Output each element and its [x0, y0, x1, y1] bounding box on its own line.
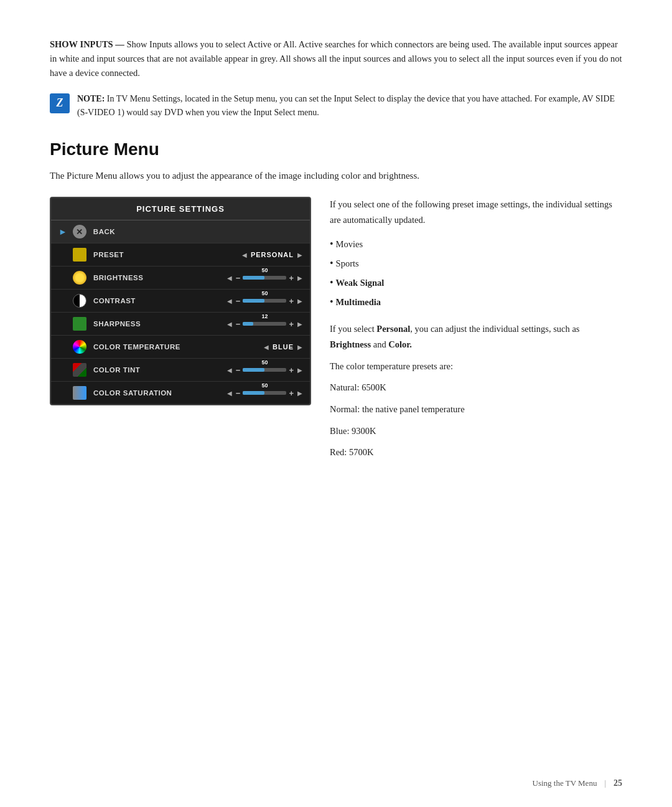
right-column: If you select one of the following prese… — [330, 197, 622, 466]
preset-arrow-right-icon: ▶ — [297, 252, 302, 258]
back-icon: ✕ — [71, 224, 88, 239]
contrast-icon — [71, 293, 88, 308]
menu-row-color-temp[interactable]: COLOR TEMPERATURE ◀ BLUE ▶ — [51, 336, 310, 359]
brightness-value-area: ◀ − 50 + ▶ — [227, 273, 302, 283]
two-col-layout: PICTURE SETTINGS ► ✕ BACK PRESET — [50, 197, 622, 466]
color-temp-intro: The color temperature presets are: — [330, 359, 622, 374]
contrast-track: 50 — [243, 299, 286, 303]
brightness-plus-icon: + — [289, 273, 294, 283]
preset-red: Red: 5700K — [330, 445, 622, 460]
colortint-track: 50 — [243, 368, 286, 372]
contrast-plus-icon: + — [289, 296, 294, 306]
brightness-slider: − 50 + — [236, 273, 294, 283]
sharpness-value-area: ◀ − 12 + ▶ — [227, 319, 302, 329]
colortint-arrow-left-icon: ◀ — [227, 367, 232, 374]
note-body: In TV Menu Settings, located in the Setu… — [77, 94, 615, 117]
sharpness-plus-icon: + — [289, 319, 294, 329]
colortemp-arrow-right-icon: ▶ — [297, 344, 302, 351]
sharpness-arrow-left-icon: ◀ — [227, 321, 232, 328]
colorsat-minus-icon: − — [236, 389, 241, 398]
note-icon: Z — [50, 93, 70, 113]
brightness-arrow-right-icon: ▶ — [297, 275, 302, 281]
menu-row-brightness[interactable]: BRIGHTNESS ◀ − 50 + ▶ — [51, 267, 310, 290]
list-item: Weak Signal — [330, 273, 622, 292]
sharpness-arrow-right-icon: ▶ — [297, 321, 302, 328]
contrast-label: CONTRAST — [93, 297, 227, 304]
colorsat-arrow-left-icon: ◀ — [227, 390, 232, 397]
colorsat-track: 50 — [243, 391, 286, 395]
preset-icon — [71, 247, 88, 262]
colortint-plus-icon: + — [289, 366, 294, 375]
note-text: NOTE: In TV Menu Settings, located in th… — [77, 92, 622, 120]
colorsat-value: 50 — [261, 382, 268, 389]
contrast-slider: − 50 + — [236, 296, 294, 306]
list-item: Sports — [330, 253, 622, 273]
sharpness-slider: − 12 + — [236, 319, 294, 329]
menu-row-sharpness[interactable]: SHARPNESS ◀ − 12 + ▶ — [51, 313, 310, 336]
colorsat-label: COLOR SATURATION — [93, 389, 227, 397]
brightness-minus-icon: − — [236, 273, 241, 283]
preset-value-area: ◀ PERSONAL ▶ — [242, 251, 302, 258]
sharpness-value: 12 — [261, 313, 268, 319]
show-inputs-paragraph: SHOW INPUTS — Show Inputs allows you to … — [50, 37, 622, 81]
back-label: BACK — [93, 228, 302, 235]
footer-separator: | — [604, 778, 606, 788]
brightness-fill — [243, 276, 264, 280]
footer: Using the TV Menu | 25 — [533, 778, 623, 788]
brightness-arrow-left-icon: ◀ — [227, 275, 232, 281]
note-box: Z NOTE: In TV Menu Settings, located in … — [50, 92, 622, 120]
menu-panel-title: PICTURE SETTINGS — [51, 198, 310, 220]
menu-panel-wrap: PICTURE SETTINGS ► ✕ BACK PRESET — [50, 197, 311, 405]
list-item: Multimedia — [330, 292, 622, 311]
colortemp-icon — [71, 339, 88, 354]
show-inputs-body: Show Inputs allows you to select Active … — [50, 39, 622, 78]
brightness-label: BRIGHTNESS — [93, 274, 227, 281]
colortint-minus-icon: − — [236, 366, 241, 375]
colortint-value-area: ◀ − 50 + ▶ — [227, 366, 302, 375]
section-intro: The Picture Menu allows you to adjust th… — [50, 168, 622, 183]
show-inputs-label: SHOW INPUTS — — [50, 39, 124, 49]
colortint-arrow-right-icon: ▶ — [297, 367, 302, 374]
section-title: Picture Menu — [50, 139, 622, 159]
colorsat-arrow-right-icon: ▶ — [297, 390, 302, 397]
colorsat-icon — [71, 385, 88, 400]
preset-label: PRESET — [93, 251, 242, 258]
preset-bullet-list: Movies Sports Weak Signal Multimedia — [330, 234, 622, 312]
sharpness-minus-icon: − — [236, 319, 241, 329]
preset-normal: Normal: the native panel temperature — [330, 402, 622, 417]
preset-natural: Natural: 6500K — [330, 380, 622, 395]
colortint-slider: − 50 + — [236, 366, 294, 375]
colortemp-value: BLUE — [273, 343, 294, 351]
menu-panel: PICTURE SETTINGS ► ✕ BACK PRESET — [50, 197, 311, 405]
colortint-value: 50 — [261, 359, 268, 366]
menu-row-preset[interactable]: PRESET ◀ PERSONAL ▶ — [51, 243, 310, 267]
menu-row-color-sat[interactable]: COLOR SATURATION ◀ − 50 + ▶ — [51, 382, 310, 404]
contrast-fill — [243, 299, 264, 303]
colortemp-value-area: ◀ BLUE ▶ — [264, 343, 302, 351]
preset-blue: Blue: 9300K — [330, 423, 622, 439]
preset-intro-text: If you select one of the following prese… — [330, 197, 622, 227]
personal-text: If you select Personal, you can adjust t… — [330, 321, 622, 352]
menu-row-back[interactable]: ► ✕ BACK — [51, 220, 310, 243]
colortemp-arrow-left-icon: ◀ — [264, 344, 269, 351]
sharpness-fill — [243, 322, 253, 326]
note-label: NOTE: — [77, 94, 105, 103]
contrast-minus-icon: − — [236, 296, 241, 306]
menu-row-contrast[interactable]: CONTRAST ◀ − 50 + ▶ — [51, 290, 310, 313]
footer-text: Using the TV Menu — [533, 778, 597, 788]
contrast-value: 50 — [261, 290, 268, 296]
footer-page-number: 25 — [614, 778, 622, 788]
contrast-value-area: ◀ − 50 + ▶ — [227, 296, 302, 306]
colorsat-plus-icon: + — [289, 389, 294, 398]
preset-arrow-left-icon: ◀ — [242, 252, 247, 258]
colorsat-value-area: ◀ − 50 + ▶ — [227, 389, 302, 398]
colortint-icon — [71, 362, 88, 377]
brightness-icon — [71, 270, 88, 285]
menu-row-color-tint[interactable]: COLOR TINT ◀ − 50 + ▶ — [51, 359, 310, 382]
colorsat-fill — [243, 391, 264, 395]
brightness-value: 50 — [261, 267, 268, 273]
list-item: Movies — [330, 234, 622, 253]
contrast-arrow-left-icon: ◀ — [227, 298, 232, 304]
sharpness-label: SHARPNESS — [93, 320, 227, 328]
contrast-arrow-right-icon: ▶ — [297, 298, 302, 304]
